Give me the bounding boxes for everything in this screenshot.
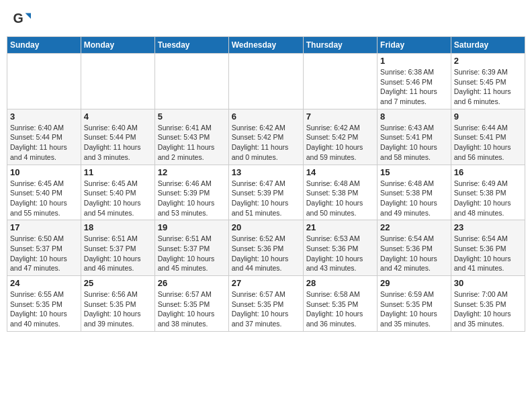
svg-marker-1 <box>26 13 31 19</box>
weekday-header-wednesday: Wednesday <box>228 37 303 54</box>
day-info: Sunrise: 6:53 AMSunset: 5:36 PMDaylight:… <box>306 234 374 273</box>
calendar-cell <box>154 54 228 109</box>
day-info: Sunrise: 6:47 AMSunset: 5:39 PMDaylight:… <box>232 179 300 218</box>
day-info: Sunrise: 6:48 AMSunset: 5:38 PMDaylight:… <box>306 179 374 218</box>
weekday-header-monday: Monday <box>81 37 154 54</box>
day-info: Sunrise: 6:42 AMSunset: 5:42 PMDaylight:… <box>232 123 300 163</box>
calendar-cell <box>7 54 81 109</box>
svg-text:G: G <box>13 11 23 26</box>
day-number: 19 <box>158 222 226 232</box>
calendar-cell: 27Sunrise: 6:57 AMSunset: 5:35 PMDayligh… <box>228 276 303 332</box>
calendar-cell: 12Sunrise: 6:46 AMSunset: 5:39 PMDayligh… <box>154 165 228 220</box>
weekday-header-sunday: Sunday <box>7 37 81 54</box>
calendar-cell: 28Sunrise: 6:58 AMSunset: 5:35 PMDayligh… <box>303 276 377 332</box>
day-info: Sunrise: 6:52 AMSunset: 5:36 PMDaylight:… <box>232 234 300 273</box>
day-number: 20 <box>232 222 300 232</box>
calendar-cell: 2Sunrise: 6:39 AMSunset: 5:45 PMDaylight… <box>451 54 525 109</box>
calendar-cell: 14Sunrise: 6:48 AMSunset: 5:38 PMDayligh… <box>303 165 377 220</box>
day-number: 27 <box>232 278 300 288</box>
day-info: Sunrise: 6:45 AMSunset: 5:40 PMDaylight:… <box>10 179 78 218</box>
day-info: Sunrise: 6:48 AMSunset: 5:38 PMDaylight:… <box>380 179 448 218</box>
calendar-header: SundayMondayTuesdayWednesdayThursdayFrid… <box>7 37 525 54</box>
day-number: 21 <box>306 222 374 232</box>
day-info: Sunrise: 6:38 AMSunset: 5:46 PMDaylight:… <box>380 67 448 107</box>
day-info: Sunrise: 6:42 AMSunset: 5:42 PMDaylight:… <box>306 123 374 163</box>
calendar-cell: 18Sunrise: 6:51 AMSunset: 5:37 PMDayligh… <box>81 220 154 276</box>
day-number: 26 <box>158 278 226 288</box>
day-number: 15 <box>380 167 448 177</box>
day-info: Sunrise: 6:51 AMSunset: 5:37 PMDaylight:… <box>158 234 226 273</box>
calendar-cell: 8Sunrise: 6:43 AMSunset: 5:41 PMDaylight… <box>378 109 451 165</box>
day-number: 17 <box>10 222 78 232</box>
day-info: Sunrise: 7:00 AMSunset: 5:35 PMDaylight:… <box>454 289 522 329</box>
day-info: Sunrise: 6:49 AMSunset: 5:38 PMDaylight:… <box>454 179 522 218</box>
calendar-cell: 3Sunrise: 6:40 AMSunset: 5:44 PMDaylight… <box>7 109 81 165</box>
calendar-cell <box>228 54 303 109</box>
weekday-header-friday: Friday <box>378 37 451 54</box>
calendar-week-3: 10Sunrise: 6:45 AMSunset: 5:40 PMDayligh… <box>7 165 525 220</box>
calendar-cell: 9Sunrise: 6:44 AMSunset: 5:41 PMDaylight… <box>451 109 525 165</box>
day-number: 9 <box>454 111 522 122</box>
calendar-cell: 11Sunrise: 6:45 AMSunset: 5:40 PMDayligh… <box>81 165 154 220</box>
day-number: 4 <box>84 111 152 122</box>
calendar-table: SundayMondayTuesdayWednesdayThursdayFrid… <box>7 36 525 332</box>
page-header: G <box>7 7 525 31</box>
day-number: 16 <box>454 167 522 177</box>
day-number: 7 <box>306 111 374 122</box>
calendar-cell: 26Sunrise: 6:57 AMSunset: 5:35 PMDayligh… <box>154 276 228 332</box>
day-number: 24 <box>10 278 78 288</box>
day-info: Sunrise: 6:54 AMSunset: 5:36 PMDaylight:… <box>454 234 522 273</box>
day-number: 12 <box>158 167 226 177</box>
day-info: Sunrise: 6:50 AMSunset: 5:37 PMDaylight:… <box>10 234 78 273</box>
day-info: Sunrise: 6:46 AMSunset: 5:39 PMDaylight:… <box>158 179 226 218</box>
calendar-cell: 17Sunrise: 6:50 AMSunset: 5:37 PMDayligh… <box>7 220 81 276</box>
day-info: Sunrise: 6:39 AMSunset: 5:45 PMDaylight:… <box>454 67 522 107</box>
day-number: 13 <box>232 167 300 177</box>
day-number: 2 <box>454 56 522 66</box>
day-number: 14 <box>306 167 374 177</box>
calendar-cell: 21Sunrise: 6:53 AMSunset: 5:36 PMDayligh… <box>303 220 377 276</box>
calendar-week-1: 1Sunrise: 6:38 AMSunset: 5:46 PMDaylight… <box>7 54 525 109</box>
logo-icon: G <box>12 9 31 28</box>
day-info: Sunrise: 6:55 AMSunset: 5:35 PMDaylight:… <box>10 289 78 329</box>
calendar-cell: 5Sunrise: 6:41 AMSunset: 5:43 PMDaylight… <box>154 109 228 165</box>
day-info: Sunrise: 6:40 AMSunset: 5:44 PMDaylight:… <box>10 123 78 163</box>
day-number: 6 <box>232 111 300 122</box>
calendar-cell: 19Sunrise: 6:51 AMSunset: 5:37 PMDayligh… <box>154 220 228 276</box>
day-number: 25 <box>84 278 152 288</box>
day-number: 29 <box>380 278 448 288</box>
day-info: Sunrise: 6:45 AMSunset: 5:40 PMDaylight:… <box>84 179 152 218</box>
logo: G <box>12 9 32 28</box>
weekday-header-saturday: Saturday <box>451 37 525 54</box>
calendar-cell: 1Sunrise: 6:38 AMSunset: 5:46 PMDaylight… <box>378 54 451 109</box>
day-number: 18 <box>84 222 152 232</box>
day-info: Sunrise: 6:51 AMSunset: 5:37 PMDaylight:… <box>84 234 152 273</box>
calendar-cell: 24Sunrise: 6:55 AMSunset: 5:35 PMDayligh… <box>7 276 81 332</box>
calendar-cell <box>303 54 377 109</box>
calendar-cell: 20Sunrise: 6:52 AMSunset: 5:36 PMDayligh… <box>228 220 303 276</box>
day-number: 10 <box>10 167 78 177</box>
day-number: 23 <box>454 222 522 232</box>
calendar-cell: 29Sunrise: 6:59 AMSunset: 5:35 PMDayligh… <box>378 276 451 332</box>
day-number: 3 <box>10 111 78 122</box>
calendar-week-4: 17Sunrise: 6:50 AMSunset: 5:37 PMDayligh… <box>7 220 525 276</box>
calendar-week-5: 24Sunrise: 6:55 AMSunset: 5:35 PMDayligh… <box>7 276 525 332</box>
calendar-cell: 30Sunrise: 7:00 AMSunset: 5:35 PMDayligh… <box>451 276 525 332</box>
calendar-cell: 7Sunrise: 6:42 AMSunset: 5:42 PMDaylight… <box>303 109 377 165</box>
calendar-cell: 15Sunrise: 6:48 AMSunset: 5:38 PMDayligh… <box>378 165 451 220</box>
calendar-cell: 10Sunrise: 6:45 AMSunset: 5:40 PMDayligh… <box>7 165 81 220</box>
calendar-cell: 16Sunrise: 6:49 AMSunset: 5:38 PMDayligh… <box>451 165 525 220</box>
calendar-cell: 13Sunrise: 6:47 AMSunset: 5:39 PMDayligh… <box>228 165 303 220</box>
day-info: Sunrise: 6:57 AMSunset: 5:35 PMDaylight:… <box>232 289 300 329</box>
day-number: 8 <box>380 111 448 122</box>
day-info: Sunrise: 6:57 AMSunset: 5:35 PMDaylight:… <box>158 289 226 329</box>
day-number: 30 <box>454 278 522 288</box>
calendar-cell: 6Sunrise: 6:42 AMSunset: 5:42 PMDaylight… <box>228 109 303 165</box>
day-info: Sunrise: 6:58 AMSunset: 5:35 PMDaylight:… <box>306 289 374 329</box>
weekday-header-thursday: Thursday <box>303 37 377 54</box>
day-info: Sunrise: 6:41 AMSunset: 5:43 PMDaylight:… <box>158 123 226 163</box>
day-number: 5 <box>158 111 226 122</box>
day-number: 11 <box>84 167 152 177</box>
day-info: Sunrise: 6:44 AMSunset: 5:41 PMDaylight:… <box>454 123 522 163</box>
day-info: Sunrise: 6:56 AMSunset: 5:35 PMDaylight:… <box>84 289 152 329</box>
